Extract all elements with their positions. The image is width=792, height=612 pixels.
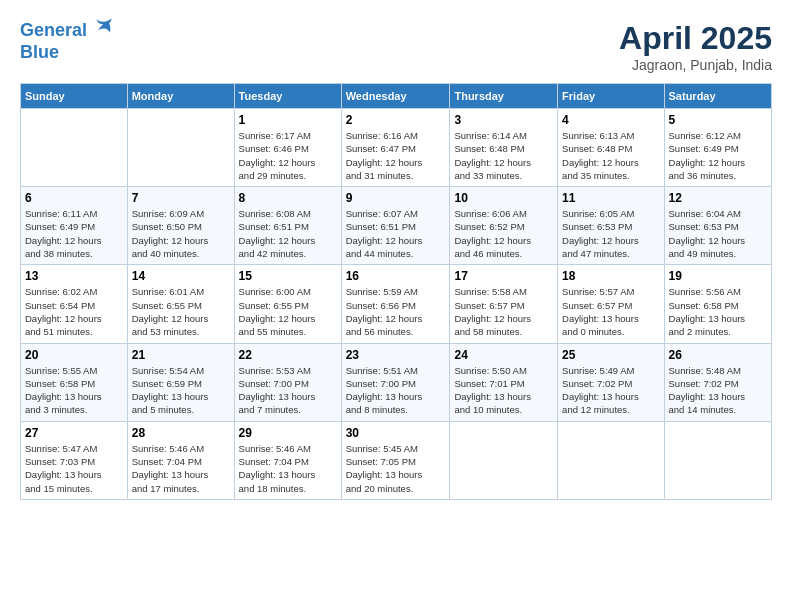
calendar-cell: 4Sunrise: 6:13 AMSunset: 6:48 PMDaylight… xyxy=(558,109,664,187)
calendar-cell: 13Sunrise: 6:02 AMSunset: 6:54 PMDayligh… xyxy=(21,265,128,343)
day-number: 13 xyxy=(25,269,123,283)
day-info: Sunrise: 6:12 AMSunset: 6:49 PMDaylight:… xyxy=(669,129,767,182)
week-row-1: 1Sunrise: 6:17 AMSunset: 6:46 PMDaylight… xyxy=(21,109,772,187)
logo-general: General xyxy=(20,20,87,40)
day-info: Sunrise: 6:01 AMSunset: 6:55 PMDaylight:… xyxy=(132,285,230,338)
week-row-5: 27Sunrise: 5:47 AMSunset: 7:03 PMDayligh… xyxy=(21,421,772,499)
calendar-cell: 21Sunrise: 5:54 AMSunset: 6:59 PMDayligh… xyxy=(127,343,234,421)
day-info: Sunrise: 5:48 AMSunset: 7:02 PMDaylight:… xyxy=(669,364,767,417)
calendar-cell: 7Sunrise: 6:09 AMSunset: 6:50 PMDaylight… xyxy=(127,187,234,265)
day-number: 20 xyxy=(25,348,123,362)
day-info: Sunrise: 5:46 AMSunset: 7:04 PMDaylight:… xyxy=(239,442,337,495)
calendar-cell: 3Sunrise: 6:14 AMSunset: 6:48 PMDaylight… xyxy=(450,109,558,187)
weekday-tuesday: Tuesday xyxy=(234,84,341,109)
calendar-cell: 28Sunrise: 5:46 AMSunset: 7:04 PMDayligh… xyxy=(127,421,234,499)
day-info: Sunrise: 5:46 AMSunset: 7:04 PMDaylight:… xyxy=(132,442,230,495)
day-number: 30 xyxy=(346,426,446,440)
day-number: 3 xyxy=(454,113,553,127)
day-number: 27 xyxy=(25,426,123,440)
calendar-cell: 17Sunrise: 5:58 AMSunset: 6:57 PMDayligh… xyxy=(450,265,558,343)
calendar-header: SundayMondayTuesdayWednesdayThursdayFrid… xyxy=(21,84,772,109)
calendar-cell xyxy=(127,109,234,187)
calendar-cell: 8Sunrise: 6:08 AMSunset: 6:51 PMDaylight… xyxy=(234,187,341,265)
day-number: 6 xyxy=(25,191,123,205)
calendar-cell: 18Sunrise: 5:57 AMSunset: 6:57 PMDayligh… xyxy=(558,265,664,343)
calendar-cell: 12Sunrise: 6:04 AMSunset: 6:53 PMDayligh… xyxy=(664,187,771,265)
calendar-cell: 10Sunrise: 6:06 AMSunset: 6:52 PMDayligh… xyxy=(450,187,558,265)
day-info: Sunrise: 6:04 AMSunset: 6:53 PMDaylight:… xyxy=(669,207,767,260)
week-row-4: 20Sunrise: 5:55 AMSunset: 6:58 PMDayligh… xyxy=(21,343,772,421)
week-row-3: 13Sunrise: 6:02 AMSunset: 6:54 PMDayligh… xyxy=(21,265,772,343)
calendar-body: 1Sunrise: 6:17 AMSunset: 6:46 PMDaylight… xyxy=(21,109,772,500)
day-info: Sunrise: 6:06 AMSunset: 6:52 PMDaylight:… xyxy=(454,207,553,260)
day-number: 29 xyxy=(239,426,337,440)
day-number: 2 xyxy=(346,113,446,127)
day-info: Sunrise: 5:49 AMSunset: 7:02 PMDaylight:… xyxy=(562,364,659,417)
day-number: 9 xyxy=(346,191,446,205)
calendar-cell: 22Sunrise: 5:53 AMSunset: 7:00 PMDayligh… xyxy=(234,343,341,421)
weekday-sunday: Sunday xyxy=(21,84,128,109)
day-number: 28 xyxy=(132,426,230,440)
calendar-cell: 29Sunrise: 5:46 AMSunset: 7:04 PMDayligh… xyxy=(234,421,341,499)
calendar-cell: 24Sunrise: 5:50 AMSunset: 7:01 PMDayligh… xyxy=(450,343,558,421)
calendar-cell: 6Sunrise: 6:11 AMSunset: 6:49 PMDaylight… xyxy=(21,187,128,265)
day-info: Sunrise: 5:59 AMSunset: 6:56 PMDaylight:… xyxy=(346,285,446,338)
calendar-cell xyxy=(21,109,128,187)
weekday-wednesday: Wednesday xyxy=(341,84,450,109)
day-info: Sunrise: 5:58 AMSunset: 6:57 PMDaylight:… xyxy=(454,285,553,338)
weekday-friday: Friday xyxy=(558,84,664,109)
day-number: 10 xyxy=(454,191,553,205)
page-header: General Blue April 2025 Jagraon, Punjab,… xyxy=(20,20,772,73)
day-number: 16 xyxy=(346,269,446,283)
calendar-cell: 27Sunrise: 5:47 AMSunset: 7:03 PMDayligh… xyxy=(21,421,128,499)
calendar-cell: 30Sunrise: 5:45 AMSunset: 7:05 PMDayligh… xyxy=(341,421,450,499)
calendar-cell: 1Sunrise: 6:17 AMSunset: 6:46 PMDaylight… xyxy=(234,109,341,187)
day-number: 14 xyxy=(132,269,230,283)
day-info: Sunrise: 5:56 AMSunset: 6:58 PMDaylight:… xyxy=(669,285,767,338)
day-info: Sunrise: 5:53 AMSunset: 7:00 PMDaylight:… xyxy=(239,364,337,417)
calendar-cell: 5Sunrise: 6:12 AMSunset: 6:49 PMDaylight… xyxy=(664,109,771,187)
day-number: 18 xyxy=(562,269,659,283)
day-info: Sunrise: 6:13 AMSunset: 6:48 PMDaylight:… xyxy=(562,129,659,182)
month-title: April 2025 xyxy=(619,20,772,57)
day-number: 12 xyxy=(669,191,767,205)
week-row-2: 6Sunrise: 6:11 AMSunset: 6:49 PMDaylight… xyxy=(21,187,772,265)
day-info: Sunrise: 5:51 AMSunset: 7:00 PMDaylight:… xyxy=(346,364,446,417)
day-number: 5 xyxy=(669,113,767,127)
calendar-cell: 11Sunrise: 6:05 AMSunset: 6:53 PMDayligh… xyxy=(558,187,664,265)
calendar-cell xyxy=(450,421,558,499)
day-number: 7 xyxy=(132,191,230,205)
logo: General Blue xyxy=(20,20,114,63)
day-info: Sunrise: 5:57 AMSunset: 6:57 PMDaylight:… xyxy=(562,285,659,338)
day-info: Sunrise: 6:02 AMSunset: 6:54 PMDaylight:… xyxy=(25,285,123,338)
day-number: 22 xyxy=(239,348,337,362)
day-info: Sunrise: 6:05 AMSunset: 6:53 PMDaylight:… xyxy=(562,207,659,260)
day-number: 21 xyxy=(132,348,230,362)
day-number: 15 xyxy=(239,269,337,283)
calendar-cell: 23Sunrise: 5:51 AMSunset: 7:00 PMDayligh… xyxy=(341,343,450,421)
day-number: 23 xyxy=(346,348,446,362)
weekday-thursday: Thursday xyxy=(450,84,558,109)
day-info: Sunrise: 5:54 AMSunset: 6:59 PMDaylight:… xyxy=(132,364,230,417)
day-info: Sunrise: 5:55 AMSunset: 6:58 PMDaylight:… xyxy=(25,364,123,417)
day-number: 8 xyxy=(239,191,337,205)
day-info: Sunrise: 5:47 AMSunset: 7:03 PMDaylight:… xyxy=(25,442,123,495)
calendar-cell: 2Sunrise: 6:16 AMSunset: 6:47 PMDaylight… xyxy=(341,109,450,187)
calendar-cell xyxy=(664,421,771,499)
calendar-cell: 25Sunrise: 5:49 AMSunset: 7:02 PMDayligh… xyxy=(558,343,664,421)
weekday-monday: Monday xyxy=(127,84,234,109)
location: Jagraon, Punjab, India xyxy=(619,57,772,73)
day-info: Sunrise: 6:11 AMSunset: 6:49 PMDaylight:… xyxy=(25,207,123,260)
logo-blue: Blue xyxy=(20,42,59,62)
day-number: 24 xyxy=(454,348,553,362)
calendar-cell: 14Sunrise: 6:01 AMSunset: 6:55 PMDayligh… xyxy=(127,265,234,343)
day-info: Sunrise: 6:17 AMSunset: 6:46 PMDaylight:… xyxy=(239,129,337,182)
day-info: Sunrise: 6:08 AMSunset: 6:51 PMDaylight:… xyxy=(239,207,337,260)
logo-bird-icon xyxy=(94,16,114,36)
day-info: Sunrise: 6:14 AMSunset: 6:48 PMDaylight:… xyxy=(454,129,553,182)
calendar-cell: 26Sunrise: 5:48 AMSunset: 7:02 PMDayligh… xyxy=(664,343,771,421)
day-number: 26 xyxy=(669,348,767,362)
calendar-cell xyxy=(558,421,664,499)
calendar-table: SundayMondayTuesdayWednesdayThursdayFrid… xyxy=(20,83,772,500)
day-info: Sunrise: 6:07 AMSunset: 6:51 PMDaylight:… xyxy=(346,207,446,260)
